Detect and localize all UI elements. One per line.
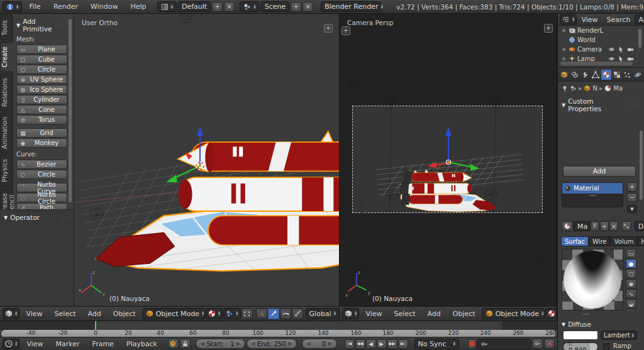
tab-material[interactable] <box>601 70 611 80</box>
tab-constraints[interactable] <box>570 70 580 80</box>
diffuse-ramp-checkbox[interactable] <box>603 343 610 350</box>
previous-keyframe-button[interactable]: ◀◀ <box>355 339 365 349</box>
start-frame-field[interactable]: ◀ Start: 1 ▶ <box>196 339 245 349</box>
current-frame-playhead[interactable] <box>95 321 96 330</box>
menu-help[interactable]: Help <box>125 3 152 11</box>
lock-range-toggle[interactable] <box>180 339 191 349</box>
play-reverse-button[interactable]: ◀ <box>366 339 376 349</box>
properties-scrollbar[interactable] <box>640 131 643 200</box>
use-nodes-button[interactable] <box>621 221 631 231</box>
outliner-search-menu[interactable]: Search <box>602 16 635 24</box>
menu-render[interactable]: Render <box>48 3 84 11</box>
increment-arrow-icon[interactable]: ▶ <box>236 341 240 346</box>
diffuse-color-swatch[interactable] <box>563 331 598 340</box>
unlink-material-button[interactable]: × <box>609 221 618 231</box>
add-cube-button[interactable]: ◻Cube <box>16 55 67 64</box>
tab-tools[interactable]: Tools <box>0 16 13 40</box>
diffuse-shader-dropdown[interactable]: Lambert▲▼ <box>601 331 637 340</box>
screen-layout-name-field[interactable]: Default <box>178 1 211 12</box>
use-preview-range-toggle[interactable] <box>168 339 179 349</box>
object-crumb-label[interactable]: N <box>592 85 597 92</box>
tab-particles[interactable] <box>623 70 633 80</box>
browse-material-button[interactable] <box>562 221 573 231</box>
material-slot-item[interactable]: Material <box>562 183 623 194</box>
renderability-camera-icon[interactable] <box>627 46 634 53</box>
transform-manipulator[interactable] <box>428 127 479 171</box>
delete-layout-button[interactable]: × <box>224 2 235 12</box>
keying-set-field[interactable] <box>477 339 531 349</box>
decrement-arrow-icon[interactable]: ◀ <box>201 341 204 346</box>
mode-dropdown[interactable]: Object Mode ▲▼ <box>142 308 205 319</box>
add-bezier-button[interactable]: ∿Bezier <box>16 160 67 169</box>
spaceship-model[interactable] <box>96 131 339 271</box>
scene-icon-dropdown[interactable]: ▲▼ <box>240 1 259 12</box>
empty-objects[interactable] <box>90 14 192 221</box>
rotate-manipulator-button[interactable] <box>280 309 291 319</box>
editor-type-info-dropdown[interactable]: ▲▼ <box>3 1 22 12</box>
preview-sky-button[interactable]: ◒ <box>626 299 636 309</box>
preview-cube-button[interactable]: ◻ <box>626 269 636 278</box>
viewport-shading-dropdown[interactable]: ▲▼ <box>545 308 557 319</box>
object-crumb-icon[interactable] <box>584 85 591 92</box>
add-cylinder-button[interactable]: ▯Cylinder <box>16 95 67 104</box>
viewport-3d-right-canvas[interactable]: zxy Camera Persp (0) Nauyaca + + <box>340 14 557 306</box>
add-plane-button[interactable]: ▭Plane <box>16 45 67 54</box>
editor-type-3dview-dropdown[interactable]: ▲▼ <box>342 308 359 319</box>
outliner-vertical-scrollbar[interactable] <box>638 29 641 48</box>
delete-scene-button[interactable]: × <box>303 2 313 12</box>
view-menu[interactable]: View <box>20 310 48 318</box>
preview-resize-grip[interactable]: ══ <box>583 312 589 317</box>
end-frame-field[interactable]: ◀ End: 250 ▶ <box>247 339 297 349</box>
add-torus-button[interactable]: ◎Torus <box>16 115 67 124</box>
transform-orientation-dropdown[interactable]: Global ▲▼ <box>306 308 339 319</box>
current-frame-field[interactable]: ◀ 0 ▶ <box>302 339 337 349</box>
tab-physics[interactable] <box>633 70 643 80</box>
preview-hair-button[interactable]: ∿ <box>626 289 636 298</box>
expand-icon[interactable]: ⊕ <box>562 28 567 33</box>
manipulator-z-arrow[interactable] <box>445 127 452 136</box>
material-crumb-icon[interactable] <box>604 85 611 92</box>
viewport-shading-dropdown[interactable]: ▲▼ <box>206 308 223 319</box>
sync-mode-dropdown[interactable]: No Sync ▲▼ <box>414 339 459 349</box>
diffuse-intensity-slider[interactable]: I: 0.800 <box>563 342 598 350</box>
add-cone-button[interactable]: △Cone <box>16 105 67 114</box>
increment-arrow-icon[interactable]: ▶ <box>289 341 292 346</box>
object-menu[interactable]: Object <box>108 310 142 318</box>
add-primitive-panel-header[interactable]: ▼ Add Primitive :::: <box>16 18 67 33</box>
render-engine-dropdown[interactable]: Blender Render ▲▼ <box>321 1 381 12</box>
visibility-eye-icon[interactable] <box>608 46 615 53</box>
timeline-frame-menu[interactable]: Frame <box>87 340 119 348</box>
timeline-marker-menu[interactable]: Marker <box>50 340 86 348</box>
object-menu[interactable]: Object <box>447 310 481 318</box>
tab-animation[interactable]: Animation <box>0 113 13 153</box>
translate-manipulator-button[interactable] <box>268 309 279 319</box>
add-bezier-circle-button[interactable]: ○Circle <box>16 170 67 179</box>
add-grid-button[interactable]: ▦Grid <box>16 128 67 138</box>
select-menu[interactable]: Select <box>49 310 82 318</box>
outliner-item-renderlayers[interactable]: ⊕ RenderL <box>558 26 644 35</box>
link-data-dropdown[interactable]: D▲▼ <box>635 221 644 231</box>
custom-properties-panel-header[interactable]: ▼ Custom Properties :::: <box>558 95 644 115</box>
auto-keyframe-record-button[interactable] <box>468 339 477 349</box>
pivot-point-dropdown[interactable]: ▲▼ <box>223 308 240 319</box>
expand-icon[interactable]: ⊕ <box>562 46 567 52</box>
play-button[interactable]: ▶ <box>377 339 387 349</box>
view-menu[interactable]: View <box>360 310 387 318</box>
add-menu[interactable]: Add <box>82 310 107 318</box>
scale-manipulator-button[interactable] <box>292 309 303 319</box>
diffuse-panel-header[interactable]: ▼ Diffuse :::: <box>558 318 595 331</box>
snap-toggle[interactable] <box>242 309 253 319</box>
select-menu[interactable]: Select <box>389 310 421 318</box>
preview-monkey-button[interactable]: ◉ <box>626 279 636 288</box>
tool-region-expand-icon[interactable]: + <box>341 26 350 35</box>
increment-arrow-icon[interactable]: ▶ <box>328 341 331 346</box>
preview-sphere-button[interactable]: ● <box>626 259 636 268</box>
timeline-playback-menu[interactable]: Playback <box>121 340 163 348</box>
add-circle-button[interactable]: ○Circle <box>16 65 67 74</box>
properties-region-expand-icon[interactable]: + <box>544 24 553 33</box>
remove-material-slot-button[interactable]: − <box>627 193 637 202</box>
add-monkey-button[interactable]: ◉Monkey <box>16 138 67 148</box>
mode-dropdown[interactable]: Object Mode ▲▼ <box>482 308 545 319</box>
add-uv-sphere-button[interactable]: ⊕UV Sphere <box>16 75 67 84</box>
type-tab-surface[interactable]: Surfac <box>561 236 589 246</box>
